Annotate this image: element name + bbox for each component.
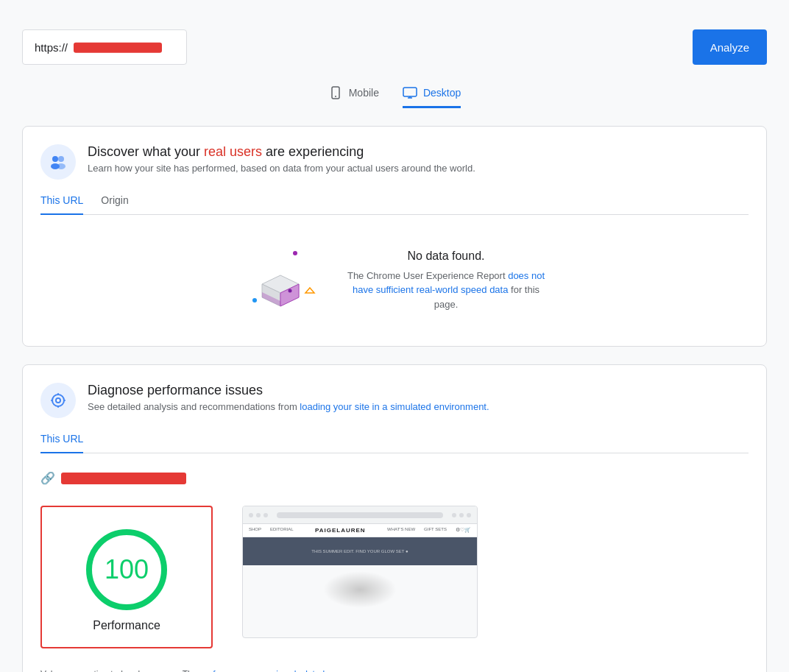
nav-item-4: GIFT SETS <box>424 527 447 534</box>
card-diagnose-text: Diagnose performance issues See detailed… <box>88 383 489 412</box>
dot3 <box>263 513 268 517</box>
card-crux-title: Discover what your real users are experi… <box>88 144 475 160</box>
card-crux: Discover what your real users are experi… <box>22 126 767 347</box>
url-redacted <box>74 43 162 53</box>
score-label: Performance <box>93 619 160 632</box>
sub-tab-this-url[interactable]: This URL <box>40 194 83 215</box>
card-crux-title-plain: Discover what your <box>88 144 204 159</box>
crux-icon-circle <box>40 144 76 180</box>
link-icon: 🔗 <box>40 471 55 485</box>
card-diagnose-subtitle: See detailed analysis and recommendation… <box>88 401 489 412</box>
footer-note-plain: Values are estimated and may vary. The <box>40 669 200 672</box>
score-card: 100 Performance <box>40 506 213 648</box>
card-crux-subtitle: Learn how your site has performed, based… <box>88 163 475 174</box>
dot2 <box>256 513 261 517</box>
analyze-button[interactable]: Analyze <box>693 29 767 65</box>
device-tabs-row: Mobile Desktop <box>22 85 767 108</box>
card-diagnose-header: Diagnose performance issues See detailed… <box>40 383 749 418</box>
tab-mobile[interactable]: Mobile <box>328 85 379 108</box>
svg-rect-2 <box>403 88 417 96</box>
svg-point-5 <box>52 156 58 162</box>
svg-point-6 <box>58 156 64 162</box>
box-illustration <box>240 247 314 314</box>
card-crux-title-end: are experiencing <box>262 144 364 159</box>
score-section: 100 Performance SHOP EDITORIAL <box>40 491 749 663</box>
address-bar-preview <box>277 512 443 518</box>
card-crux-title-highlight: real users <box>204 144 262 159</box>
card-diagnose-subtitle-plain: See detailed analysis and recommendation… <box>88 401 300 412</box>
score-circle: 100 <box>86 529 167 610</box>
no-data-section: No data found. The Chrome User Experienc… <box>40 233 749 328</box>
screenshot-hero-banner: THIS SUMMER EDIT. FIND YOUR GLOW SET ● <box>243 537 477 565</box>
diagnose-icon-circle <box>40 383 76 418</box>
no-data-desc: The Chrome User Experience Report does n… <box>343 269 549 312</box>
svg-point-17 <box>289 289 292 293</box>
dot6 <box>467 513 471 517</box>
tab-desktop-label: Desktop <box>423 87 461 99</box>
card-crux-text: Discover what your real users are experi… <box>88 144 475 174</box>
svg-point-8 <box>57 163 66 169</box>
dot4 <box>452 513 456 517</box>
footer-note: Values are estimated and may vary. The p… <box>40 669 749 672</box>
card-diagnose-title: Diagnose performance issues <box>88 383 489 398</box>
url-redacted-bar <box>61 473 186 484</box>
svg-marker-11 <box>305 288 314 293</box>
footer-note-link[interactable]: performance score is calculated <box>200 669 325 672</box>
svg-point-10 <box>252 298 257 303</box>
card-diagnose: Diagnose performance issues See detailed… <box>22 364 767 672</box>
url-bar-with-link: 🔗 <box>40 471 749 485</box>
card-crux-header: Discover what your real users are experi… <box>40 144 749 180</box>
nav-item-1: SHOP <box>249 527 261 534</box>
desktop-icon <box>403 85 417 100</box>
screenshot-blur <box>323 571 397 608</box>
svg-point-9 <box>293 251 297 255</box>
screenshot-body <box>243 565 477 614</box>
tab-mobile-label: Mobile <box>349 87 379 99</box>
nav-icons: ⚙♡🛒 <box>456 527 471 534</box>
score-number: 100 <box>105 554 149 585</box>
crux-sub-tabs: This URL Origin <box>40 194 749 215</box>
screenshot-header <box>243 506 477 524</box>
page-wrapper: Analyze Mobile Desktop <box>0 0 789 672</box>
nav-item-3: WHAT'S NEW <box>387 527 415 534</box>
screenshot-preview: SHOP EDITORIAL PAIGELAUREN WHAT'S NEW GI… <box>242 506 478 638</box>
mobile-icon <box>328 85 343 100</box>
svg-point-20 <box>57 399 60 402</box>
diagnose-sub-tab-url[interactable]: This URL <box>40 433 83 453</box>
screenshot-nav: SHOP EDITORIAL PAIGELAUREN WHAT'S NEW GI… <box>243 524 477 537</box>
sub-tab-origin[interactable]: Origin <box>101 194 128 215</box>
dot5 <box>459 513 464 517</box>
card-diagnose-subtitle-link[interactable]: loading your site in a simulated environ… <box>300 401 489 412</box>
screenshot-hero-text: THIS SUMMER EDIT. FIND YOUR GLOW SET ● <box>311 549 408 553</box>
diagnose-sub-tabs: This URL <box>40 433 749 453</box>
no-data-title: No data found. <box>343 250 549 263</box>
url-bar-row: Analyze <box>22 29 767 65</box>
dot1 <box>249 513 253 517</box>
no-data-desc-plain: The Chrome User Experience Report <box>347 270 508 281</box>
nav-item-2: EDITORIAL <box>270 527 294 534</box>
nav-brand: PAIGELAUREN <box>302 527 378 534</box>
no-data-text: No data found. The Chrome User Experienc… <box>343 250 549 312</box>
tab-desktop[interactable]: Desktop <box>403 85 461 108</box>
